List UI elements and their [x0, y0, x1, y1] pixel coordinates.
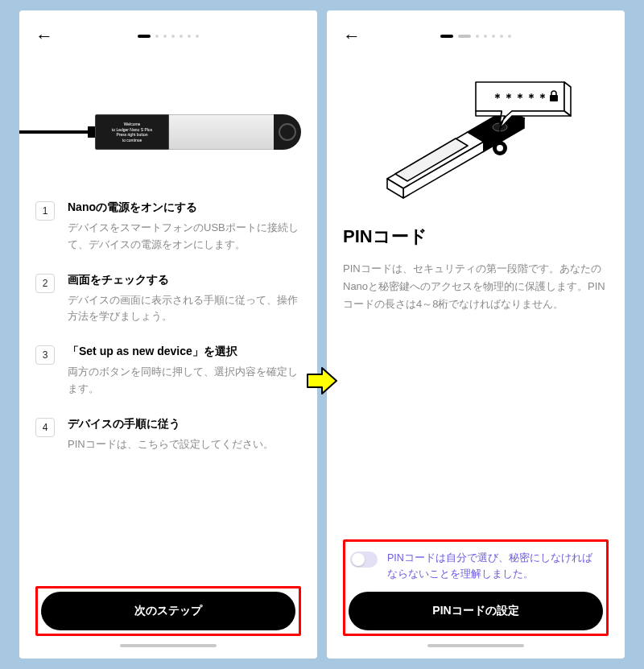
- step-title: デバイスの手順に従う: [68, 417, 301, 432]
- consent-toggle[interactable]: [350, 551, 378, 568]
- page-description: PINコードは、セキュリティの第一段階です。あなたのNanoと秘密鍵へのアクセス…: [343, 260, 609, 313]
- device-screen-icon: Welcome to Ledger Nano S Plus Press righ…: [95, 114, 169, 150]
- topbar: ←: [35, 25, 301, 47]
- screen-pin-code: ←: [327, 10, 625, 659]
- home-indicator: [427, 644, 524, 647]
- steps-list: 1 Nanoの電源をオンにする デバイスをスマートフォンのUSBポートに接続して…: [35, 200, 301, 586]
- step-item: 2 画面をチェックする デバイスの画面に表示される手順に従って、操作方法を学びま…: [35, 273, 301, 326]
- configure-pin-button[interactable]: PINコードの設定: [349, 592, 603, 630]
- step-item: 4 デバイスの手順に従う PINコードは、こちらで設定してください。: [35, 417, 301, 453]
- step-item: 3 「Set up as new device」を選択 両方のボタンを同時に押し…: [35, 345, 301, 398]
- back-icon[interactable]: ←: [35, 27, 53, 45]
- step-number: 1: [35, 201, 55, 221]
- svg-point-15: [497, 145, 503, 151]
- consent-row: PINコードは自分で選び、秘密にしなければならないことを理解しました。: [349, 547, 603, 590]
- pin-bubble-icon: ＊＊＊＊＊: [371, 68, 580, 213]
- svg-marker-9: [564, 82, 571, 116]
- step-item: 1 Nanoの電源をオンにする デバイスをスマートフォンのUSBポートに接続して…: [35, 200, 301, 254]
- step-desc: 両方のボタンを同時に押して、選択内容を確定します。: [68, 364, 301, 398]
- topbar: ←: [343, 25, 609, 47]
- step-number: 3: [35, 345, 55, 365]
- step-number: 4: [35, 418, 55, 437]
- step-title: 「Set up as new device」を選択: [68, 345, 301, 359]
- svg-rect-12: [550, 95, 558, 101]
- consent-text: PINコードは自分で選び、秘密にしなければならないことを理解しました。: [387, 550, 601, 582]
- next-step-button[interactable]: 次のステップ: [41, 592, 295, 630]
- flow-arrow-icon: [306, 366, 338, 395]
- step-title: Nanoの電源をオンにする: [68, 200, 301, 215]
- step-title: 画面をチェックする: [68, 273, 301, 287]
- back-icon[interactable]: ←: [343, 27, 361, 45]
- pin-illustration: ＊＊＊＊＊: [343, 64, 609, 217]
- svg-text:＊＊＊＊＊: ＊＊＊＊＊: [492, 91, 548, 104]
- home-indicator: [120, 644, 217, 647]
- step-desc: デバイスの画面に表示される手順に従って、操作方法を学びましょう。: [68, 292, 301, 326]
- page-title: PINコード: [343, 225, 609, 249]
- highlight-box: PINコードは自分で選び、秘密にしなければならないことを理解しました。 PINコ…: [343, 539, 609, 636]
- progress-indicator: [440, 35, 511, 38]
- step-desc: PINコードは、こちらで設定してください。: [68, 436, 301, 453]
- screen-step-instructions: ← Welcome to Ledger Nano S Plus Press ri…: [19, 10, 317, 659]
- svg-marker-0: [308, 368, 336, 394]
- step-number: 2: [35, 274, 55, 293]
- device-illustration: Welcome to Ledger Nano S Plus Press righ…: [35, 96, 301, 168]
- progress-indicator: [138, 35, 199, 38]
- step-desc: デバイスをスマートフォンのUSBポートに接続して、デバイスの電源をオンにします。: [68, 220, 301, 254]
- highlight-box: 次のステップ: [35, 586, 301, 636]
